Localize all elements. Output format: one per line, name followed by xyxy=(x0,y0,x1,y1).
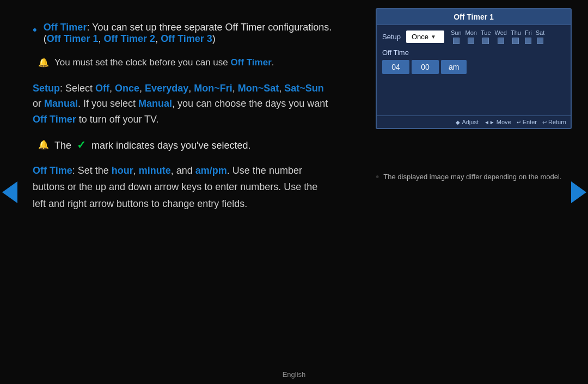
day-sun-label: Sun xyxy=(451,29,462,36)
day-tue-label: Tue xyxy=(481,29,491,36)
setup-tail3: to turn off your TV. xyxy=(76,114,159,125)
move-label: Move xyxy=(497,119,511,125)
the-text: The xyxy=(54,140,74,151)
setup-comma3: , xyxy=(188,83,194,94)
setup-or: or xyxy=(33,98,44,109)
setup-colon: : Select xyxy=(60,83,95,94)
day-tue-checkbox[interactable] xyxy=(482,38,489,44)
note-text: You must set the clock before you can us… xyxy=(54,56,274,70)
note-text1: You must set the clock before you can us… xyxy=(54,57,231,68)
return-icon: ↩ xyxy=(542,119,547,125)
setup-off: Off xyxy=(95,83,109,94)
tv-ui-panel: Off Timer 1 Setup Once ▼ Sun Mon Tue xyxy=(376,8,572,129)
tv-time-row: 04 00 am xyxy=(382,60,565,74)
side-bullet-text: The displayed image may differ depending… xyxy=(383,172,561,182)
adjust-icon: ◆ xyxy=(456,119,460,125)
off-time-label: Off Time xyxy=(33,165,72,176)
setup-everyday: Everyday xyxy=(145,83,188,94)
checkmark-note: 🔔 The ✓ mark indicates days you've selec… xyxy=(33,138,332,151)
checkmark-icon: ✓ xyxy=(77,139,86,151)
side-bullet-icon: • xyxy=(376,172,379,183)
setup-comma5: , xyxy=(279,83,284,94)
tv-hour-box[interactable]: 04 xyxy=(382,60,409,74)
day-sat-label: Sat xyxy=(536,29,545,36)
hour-label: hour xyxy=(112,165,133,176)
day-wed: Wed xyxy=(495,29,507,44)
timer3-label: Off Timer 3 xyxy=(161,33,212,44)
dropdown-arrow-icon: ▼ xyxy=(431,34,436,40)
tv-spacer xyxy=(382,78,565,111)
day-sat-checkbox[interactable] xyxy=(537,38,543,44)
nav-right-arrow[interactable] xyxy=(569,176,588,209)
page-footer: English xyxy=(283,370,306,379)
side-note: • The displayed image may differ dependi… xyxy=(376,172,572,183)
setup-label: Setup xyxy=(33,83,60,94)
tv-panel-body: Setup Once ▼ Sun Mon Tue We xyxy=(377,25,571,115)
and-text: , and xyxy=(171,165,195,176)
setup-comma4: , xyxy=(232,83,238,94)
tv-setup-label: Setup xyxy=(382,33,401,41)
day-sat: Sat xyxy=(536,29,545,44)
day-mon-label: Mon xyxy=(465,29,477,36)
note-offtimer: Off Timer xyxy=(231,57,272,68)
setup-satsun: Sat~Sun xyxy=(284,83,324,94)
tv-panel-footer: ◆ Adjust ◄► Move ↵ Enter ↩ Return xyxy=(377,115,571,128)
setup-once: Once xyxy=(115,83,139,94)
setup-tail2: , you can choose the days you want xyxy=(172,98,328,109)
tv-dropdown[interactable]: Once ▼ xyxy=(406,31,444,43)
side-bullet-item: • The displayed image may differ dependi… xyxy=(376,172,572,183)
setup-manual: Manual xyxy=(44,98,78,109)
move-icon: ◄► xyxy=(484,119,495,125)
day-mon-checkbox[interactable] xyxy=(468,38,474,44)
tv-setup-row: Setup Once ▼ Sun Mon Tue We xyxy=(382,29,565,44)
tv-dropdown-value: Once xyxy=(412,33,428,41)
day-thu-checkbox[interactable] xyxy=(512,38,519,44)
off-timer-label: Off Timer xyxy=(44,22,87,33)
day-mon: Mon xyxy=(465,29,477,44)
setup-section: Setup: Select Off, Once, Everyday, Mon~F… xyxy=(33,81,332,127)
mark-text: mark indicates days you've selected. xyxy=(89,140,251,151)
day-thu-label: Thu xyxy=(511,29,521,36)
language-label: English xyxy=(283,370,306,379)
day-fri: Fri xyxy=(525,29,532,44)
tv-minute-box[interactable]: 00 xyxy=(412,60,439,74)
sep2: , xyxy=(155,33,161,44)
footer-return: ↩ Return xyxy=(542,119,566,125)
timer2-label: Off Timer 2 xyxy=(103,33,155,44)
comma-hour: , xyxy=(133,165,139,176)
off-time-colon: : Set the xyxy=(72,165,112,176)
setup-offtimer: Off Timer xyxy=(33,114,76,125)
footer-move: ◄► Move xyxy=(484,119,511,125)
enter-icon: ↵ xyxy=(517,119,521,125)
sep1: , xyxy=(98,33,103,44)
note-icon: 🔔 xyxy=(38,57,49,68)
day-fri-checkbox[interactable] xyxy=(525,38,531,44)
day-thu: Thu xyxy=(511,29,521,44)
note-period: . xyxy=(272,57,274,68)
day-sun-checkbox[interactable] xyxy=(453,38,460,44)
bullet-icon: • xyxy=(33,23,37,37)
tv-ampm-box[interactable]: am xyxy=(441,60,467,74)
setup-comma2: , xyxy=(139,83,145,94)
setup-comma1: , xyxy=(109,83,115,94)
footer-adjust: ◆ Adjust xyxy=(456,119,479,125)
setup-monfri: Mon~Fri xyxy=(194,83,232,94)
day-tue: Tue xyxy=(481,29,491,44)
off-timer-description: Off Timer: You can set up three separate… xyxy=(44,22,332,45)
tv-panel-title: Off Timer 1 xyxy=(377,9,571,25)
off-time-section: Off Time: Set the hour, minute, and am/p… xyxy=(33,162,332,212)
adjust-label: Adjust xyxy=(462,119,479,125)
check-text: The ✓ mark indicates days you've selecte… xyxy=(54,138,251,151)
off-timer-bullet: • Off Timer: You can set up three separa… xyxy=(33,22,332,45)
minute-label: minute xyxy=(139,165,171,176)
clock-note: 🔔 You must set the clock before you can … xyxy=(33,56,332,70)
day-sun: Sun xyxy=(451,29,462,44)
ampm-label: am/pm xyxy=(195,165,227,176)
day-wed-checkbox[interactable] xyxy=(498,38,504,44)
main-content: • Off Timer: You can set up three separa… xyxy=(0,0,365,223)
setup-tail1: . If you select xyxy=(78,98,138,109)
timer1-label: Off Timer 1 xyxy=(47,33,99,44)
right-arrow-icon xyxy=(571,181,586,203)
check-note-icon: 🔔 xyxy=(38,139,49,150)
bullet-text2: ) xyxy=(212,33,216,44)
